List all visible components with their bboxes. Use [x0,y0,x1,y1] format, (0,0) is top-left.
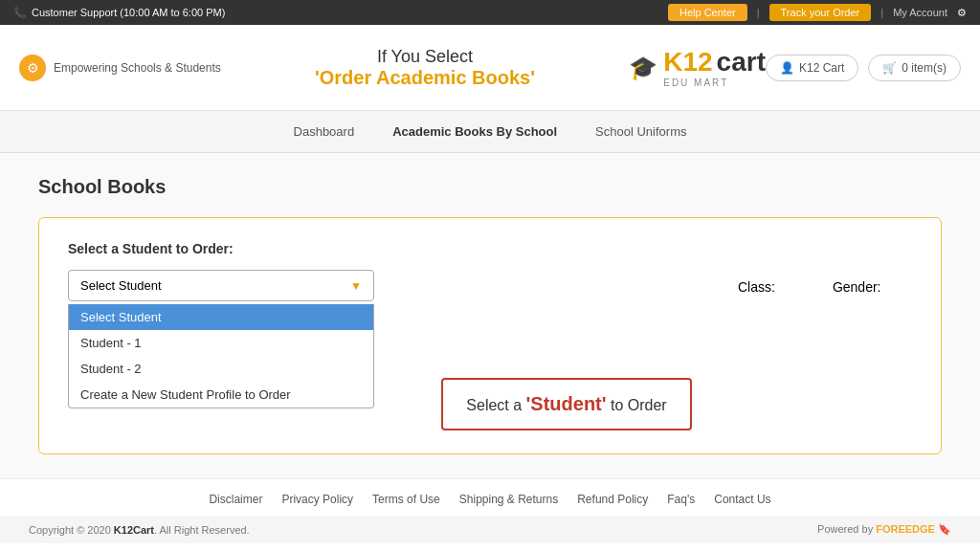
callout-text2: to Order [611,397,667,413]
header-center: If You Select 'Order Academic Books' [221,47,629,89]
footer-refund[interactable]: Refund Policy [577,493,648,506]
nav-academic-books[interactable]: Academic Books By School [392,124,557,139]
class-field: Class: [738,279,775,295]
header-right: 👤 K12 Cart 🛒 0 item(s) [766,55,961,81]
divider-1: | [757,7,760,18]
footer-privacy[interactable]: Privacy Policy [281,493,353,506]
track-order-button[interactable]: Track your Order [769,4,872,21]
my-account-link[interactable]: My Account [893,7,947,18]
footer-links: Disclaimer Privacy Policy Terms of Use S… [0,478,980,516]
dropdown-option-1[interactable]: Student - 1 [69,330,373,356]
brand-name: K12Cart [114,524,154,536]
copyright-text: Copyright © 2020 K12Cart. All Right Rese… [29,524,250,536]
cart-button[interactable]: 🛒 0 item(s) [868,55,961,81]
tagline: Empowering Schools & Students [54,61,221,75]
dropdown-option-2[interactable]: Student - 2 [69,356,373,382]
header-left: ⚙ Empowering Schools & Students [19,55,221,81]
cart-icon: 🛒 [882,61,897,75]
logo: 🎓 K12 cart EDU MART [629,47,766,88]
dropdown-option-0[interactable]: Select Student [69,304,373,330]
powered-by: Powered by FOREEDGE 🔖 [817,523,951,536]
nav-school-uniforms[interactable]: School Uniforms [595,124,686,139]
callout-text1: Select a [466,397,525,413]
help-center-button[interactable]: Help Center [668,4,747,21]
select-student-label: Select a Student to Order: [68,241,912,256]
logo-k12: K12 [663,47,712,77]
page-title: School Books [38,176,942,198]
support-text: Customer Support (10:00 AM to 6:00 PM) [32,7,225,18]
gender-label: Gender: [833,279,881,295]
logo-sub: EDU MART [663,77,766,88]
order-card: Select a Student to Order: Select Studen… [38,217,942,454]
header-if-text: If You Select [221,47,629,67]
user-icon: 👤 [780,61,794,75]
k12cart-button[interactable]: 👤 K12 Cart [766,55,858,81]
student-dropdown: Select Student Student - 1 Student - 2 C… [68,304,374,408]
select-box-label: Select Student [80,278,162,293]
nav-bar: Dashboard Academic Books By School Schoo… [0,111,980,153]
nav-dashboard[interactable]: Dashboard [294,124,355,139]
callout-highlight: 'Student' [526,393,607,414]
student-select-container: Select Student ▼ Select Student Student … [68,270,374,301]
k12cart-label: K12 Cart [799,61,844,75]
foreedge-brand: FOREEDGE [876,523,935,535]
footer-faq[interactable]: Faq's [667,493,695,506]
footer-copyright: Copyright © 2020 K12Cart. All Right Rese… [0,516,980,543]
logo-cart-text: cart [717,47,766,77]
header-order-text: 'Order Academic Books' [221,67,629,89]
divider-2: | [880,7,883,18]
gear-icon: ⚙ [19,55,46,81]
inline-fields: Class: Gender: [738,279,881,295]
mascot-icon: 🎓 [629,55,657,81]
chevron-down-icon: ▼ [350,279,362,293]
settings-icon[interactable]: ⚙ [957,7,967,19]
support-info: 📞 Customer Support (10:00 AM to 6:00 PM) [13,7,225,19]
page-content: School Books Select a Student to Order: … [0,153,980,478]
gender-field: Gender: [833,279,881,295]
phone-icon: 📞 [13,7,27,19]
footer-contact[interactable]: Contact Us [714,493,770,506]
top-bar-actions: Help Center | Track your Order | My Acco… [668,4,967,21]
footer-terms[interactable]: Terms of Use [372,493,440,506]
callout-box: Select a 'Student' to Order [441,378,691,430]
footer-disclaimer[interactable]: Disclaimer [209,493,262,506]
footer-shipping[interactable]: Shipping & Returns [459,493,558,506]
cart-count: 0 item(s) [902,61,947,75]
site-header: ⚙ Empowering Schools & Students If You S… [0,25,980,111]
foreedge-icon: 🔖 [938,523,951,535]
class-label: Class: [738,279,775,295]
dropdown-option-3[interactable]: Create a New Student Profile to Order [69,382,373,408]
top-bar: 📞 Customer Support (10:00 AM to 6:00 PM)… [0,0,980,25]
student-select-box[interactable]: Select Student ▼ [68,270,374,301]
